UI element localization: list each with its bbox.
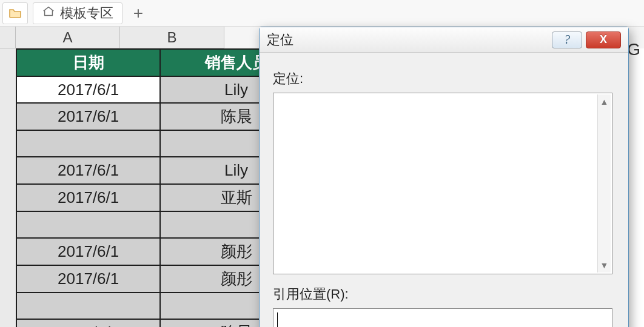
cell-a[interactable]: 2017/6/1: [16, 103, 160, 130]
close-icon: X: [600, 33, 607, 46]
scroll-down-icon: ▼: [600, 260, 609, 270]
goto-label: 定位:: [273, 70, 617, 88]
cell-a[interactable]: 2017/6/1: [16, 265, 160, 292]
row-gutter[interactable]: [0, 48, 16, 327]
dialog-title-text: 定位: [267, 31, 293, 49]
text-caret: [277, 312, 278, 327]
column-letter-distant: G: [627, 40, 640, 59]
cell-a[interactable]: [16, 292, 160, 319]
goto-dialog: 定位 ? X 定位: ▲ ▼ 引用位置(R):: [259, 27, 629, 327]
tab-bar: 模板专区 +: [0, 0, 644, 27]
tab-templates-label: 模板专区: [60, 4, 113, 22]
column-header-b[interactable]: B: [120, 27, 224, 48]
scroll-up-icon: ▲: [600, 97, 609, 107]
spreadsheet: A B C 日期 销售人员 2017/6/1Lily 2017/6/1陈晨平 2…: [0, 27, 644, 327]
header-date: 日期: [16, 49, 160, 76]
reference-input[interactable]: [273, 308, 612, 327]
tab-templates[interactable]: 模板专区: [33, 2, 122, 24]
listbox-scrollbar[interactable]: ▲ ▼: [597, 94, 611, 272]
help-icon: ?: [564, 33, 570, 47]
tab-open-file-button[interactable]: [2, 2, 28, 24]
folder-icon: [8, 6, 22, 21]
home-icon: [42, 5, 55, 22]
cell-a[interactable]: [16, 211, 160, 238]
cell-a[interactable]: 2017/6/1: [16, 157, 160, 184]
dialog-help-button[interactable]: ?: [552, 31, 582, 48]
column-header-a[interactable]: A: [16, 27, 120, 48]
cell-a[interactable]: 2017/6/1: [16, 319, 160, 327]
reference-label: 引用位置(R):: [273, 285, 617, 303]
tab-new-button[interactable]: +: [127, 2, 149, 24]
dialog-titlebar[interactable]: 定位 ? X: [260, 27, 628, 53]
cell-a[interactable]: 2017/6/1: [16, 76, 160, 103]
select-all-corner[interactable]: [0, 27, 16, 48]
goto-listbox[interactable]: ▲ ▼: [273, 93, 612, 274]
cell-a[interactable]: 2017/6/1: [16, 184, 160, 211]
cell-a[interactable]: [16, 130, 160, 157]
dialog-close-button[interactable]: X: [586, 31, 621, 48]
column-headers: A B C: [16, 27, 224, 48]
plus-icon: +: [133, 4, 143, 23]
cell-a[interactable]: 2017/6/1: [16, 238, 160, 265]
